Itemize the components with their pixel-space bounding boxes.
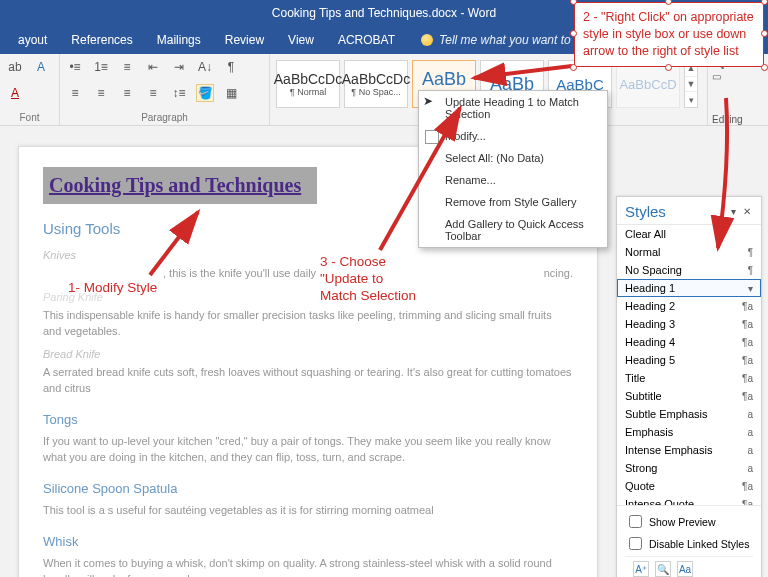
- disable-linked-checkbox[interactable]: Disable Linked Styles: [625, 534, 753, 553]
- styles-pane-item[interactable]: Heading 2¶a: [617, 297, 761, 315]
- styles-pane-item[interactable]: Quote¶a: [617, 477, 761, 495]
- styles-pane-item[interactable]: Subtle Emphasisa: [617, 405, 761, 423]
- style-type-mark: a: [747, 427, 753, 438]
- tab-layout[interactable]: ayout: [6, 26, 59, 54]
- justify-icon[interactable]: ≡: [144, 84, 162, 102]
- bullets-icon[interactable]: •≡: [66, 58, 84, 76]
- styles-pane-item-name: Heading 4: [625, 336, 675, 348]
- gallery-scroll[interactable]: ▲ ▼ ▾: [684, 60, 698, 108]
- style-type-mark: ¶a: [742, 337, 753, 348]
- style-type-mark: ¶: [748, 265, 753, 276]
- styles-pane-item[interactable]: No Spacing¶: [617, 261, 761, 279]
- shading-icon[interactable]: 🪣: [196, 84, 214, 102]
- styles-pane: Styles ▾ ✕ Clear AllNormal¶No Spacing¶He…: [616, 196, 762, 577]
- borders-icon[interactable]: ▦: [222, 84, 240, 102]
- styles-pane-list[interactable]: Clear AllNormal¶No Spacing¶Heading 1▾Hea…: [617, 225, 761, 505]
- show-preview-checkbox[interactable]: Show Preview: [625, 512, 753, 531]
- numbering-icon[interactable]: 1≡: [92, 58, 110, 76]
- styles-pane-item-name: Heading 1: [625, 282, 675, 294]
- styles-pane-item-name: Intense Quote: [625, 498, 694, 505]
- style-type-mark: a: [747, 445, 753, 456]
- style-type-mark: a: [747, 463, 753, 474]
- styles-pane-item[interactable]: Heading 3¶a: [617, 315, 761, 333]
- style-context-menu: ➤ Update Heading 1 to Match Selection Mo…: [418, 90, 608, 248]
- doc-p-tongs: If you want to up-level your kitchen "cr…: [43, 434, 573, 466]
- increase-indent-icon[interactable]: ⇥: [170, 58, 188, 76]
- new-style-icon[interactable]: A⁺: [633, 561, 649, 577]
- doc-title-heading1[interactable]: Cooking Tips and Techniques: [43, 167, 317, 204]
- doc-h2-spatula: Silicone Spoon Spatula: [43, 480, 573, 499]
- bulb-icon: [421, 34, 433, 46]
- sort-icon[interactable]: A↓: [196, 58, 214, 76]
- styles-pane-item-name: Heading 3: [625, 318, 675, 330]
- style-type-mark: ¶a: [742, 499, 753, 506]
- ctx-modify[interactable]: Modify...: [419, 125, 607, 147]
- align-center-icon[interactable]: ≡: [92, 84, 110, 102]
- tab-acrobat[interactable]: ACROBAT: [326, 26, 407, 54]
- show-marks-icon[interactable]: ¶: [222, 58, 240, 76]
- align-right-icon[interactable]: ≡: [118, 84, 136, 102]
- styles-pane-controls[interactable]: ▾ ✕: [731, 206, 753, 217]
- text-effects-icon[interactable]: A: [32, 58, 50, 76]
- styles-pane-item[interactable]: Emphasisa: [617, 423, 761, 441]
- decrease-indent-icon[interactable]: ⇤: [144, 58, 162, 76]
- tab-view[interactable]: View: [276, 26, 326, 54]
- style-type-mark: a: [747, 409, 753, 420]
- align-left-icon[interactable]: ≡: [66, 84, 84, 102]
- styles-pane-item[interactable]: Heading 1▾: [617, 279, 761, 297]
- tab-review[interactable]: Review: [213, 26, 276, 54]
- styles-pane-icons: A⁺ 🔍 Aa: [625, 556, 753, 577]
- styles-pane-item-name: Normal: [625, 246, 660, 258]
- ctx-select-all[interactable]: Select All: (No Data): [419, 147, 607, 169]
- doc-p-paring: This indispensable knife is handy for sm…: [43, 308, 573, 340]
- window-title: Cooking Tips and Techniques.docx - Word: [272, 6, 496, 20]
- styles-pane-item[interactable]: Intense Emphasisa: [617, 441, 761, 459]
- gallery-down-icon[interactable]: ▼: [685, 77, 697, 93]
- gallery-more-icon[interactable]: ▾: [685, 92, 697, 107]
- style-tile-normal[interactable]: AaBbCcDc ¶ Normal: [276, 60, 340, 108]
- strikethrough-icon[interactable]: ab: [6, 58, 24, 76]
- multilevel-list-icon[interactable]: ≡: [118, 58, 136, 76]
- styles-pane-item[interactable]: Stronga: [617, 459, 761, 477]
- ribbon-group-paragraph: •≡ 1≡ ≡ ⇤ ⇥ A↓ ¶ ≡ ≡ ≡ ≡ ↕≡ 🪣 ▦ Paragrap…: [60, 54, 270, 125]
- doc-p-bread: A serrated bread knife cuts soft, fresh …: [43, 365, 573, 397]
- styles-pane-item[interactable]: Subtitle¶a: [617, 387, 761, 405]
- styles-pane-item-name: Title: [625, 372, 645, 384]
- style-tile-no-spacing[interactable]: AaBbCcDc ¶ No Spac...: [344, 60, 408, 108]
- styles-pane-item-name: Heading 5: [625, 354, 675, 366]
- styles-pane-item-name: No Spacing: [625, 264, 682, 276]
- styles-pane-item[interactable]: Heading 4¶a: [617, 333, 761, 351]
- style-type-mark: ¶a: [742, 481, 753, 492]
- doc-h3-knives: Knives: [43, 248, 573, 264]
- styles-pane-item[interactable]: Title¶a: [617, 369, 761, 387]
- annotation-box-2: 2 - "Right Click" on appropriate style i…: [574, 2, 764, 67]
- styles-pane-item[interactable]: Normal¶: [617, 243, 761, 261]
- style-type-mark: ¶: [748, 247, 753, 258]
- line-spacing-icon[interactable]: ↕≡: [170, 84, 188, 102]
- annotation-label-1: 1- Modify Style: [68, 280, 157, 297]
- style-type-mark: ¶a: [742, 373, 753, 384]
- styles-pane-item-name: Clear All: [625, 228, 666, 240]
- font-color-icon[interactable]: A: [6, 84, 24, 102]
- style-inspector-icon[interactable]: 🔍: [655, 561, 671, 577]
- style-type-mark: ¶a: [742, 319, 753, 330]
- manage-styles-icon[interactable]: Aa: [677, 561, 693, 577]
- ribbon-group-editing-label: Editing: [712, 114, 764, 125]
- ctx-update-to-match[interactable]: ➤ Update Heading 1 to Match Selection: [419, 91, 607, 125]
- styles-pane-item-name: Subtle Emphasis: [625, 408, 708, 420]
- style-type-mark: ¶a: [742, 301, 753, 312]
- style-type-mark: ¶a: [742, 391, 753, 402]
- doc-h2-whisk: Whisk: [43, 533, 573, 552]
- tab-references[interactable]: References: [59, 26, 144, 54]
- styles-pane-item-name: Heading 2: [625, 300, 675, 312]
- select-button[interactable]: ▭: [712, 71, 764, 82]
- tab-mailings[interactable]: Mailings: [145, 26, 213, 54]
- ctx-add-qat[interactable]: Add Gallery to Quick Access Toolbar: [419, 213, 607, 247]
- styles-pane-item[interactable]: Clear All: [617, 225, 761, 243]
- styles-pane-item[interactable]: Heading 5¶a: [617, 351, 761, 369]
- styles-pane-item-name: Emphasis: [625, 426, 673, 438]
- ctx-remove-gallery[interactable]: Remove from Style Gallery: [419, 191, 607, 213]
- tell-me-search[interactable]: Tell me what you want to do...: [407, 33, 597, 47]
- ctx-rename[interactable]: Rename...: [419, 169, 607, 191]
- styles-pane-item[interactable]: Intense Quote¶a: [617, 495, 761, 505]
